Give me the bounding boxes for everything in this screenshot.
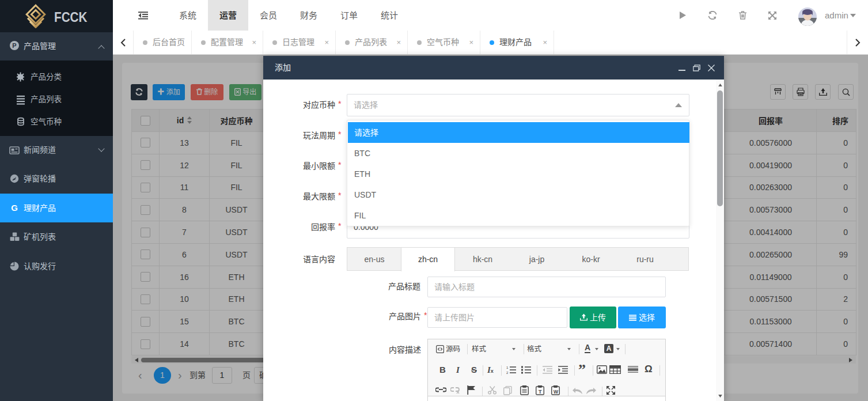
svg-text:2: 2 bbox=[506, 371, 509, 374]
svg-text:T: T bbox=[539, 389, 542, 395]
svg-text:1: 1 bbox=[506, 366, 509, 369]
svg-text:W: W bbox=[554, 389, 559, 395]
